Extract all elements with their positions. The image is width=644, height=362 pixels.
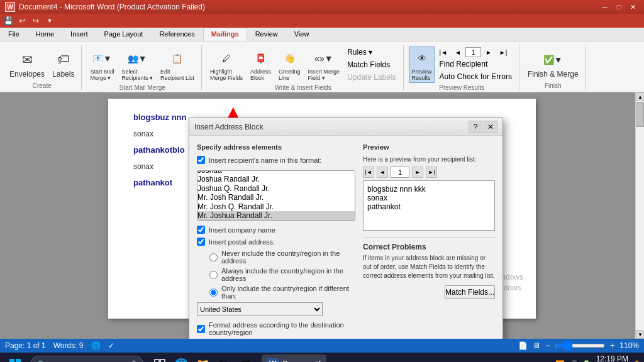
- dialog-left-column: Specify address elements Insert recipien…: [197, 143, 355, 336]
- view-print-icon[interactable]: 📄: [518, 341, 528, 350]
- dialog-close-button[interactable]: ✕: [484, 121, 497, 133]
- word-app-icon: W: [267, 358, 279, 362]
- zoom-plus[interactable]: +: [610, 341, 614, 350]
- rules-button[interactable]: Rules ▾: [344, 47, 399, 58]
- dialog-help-button[interactable]: ?: [469, 121, 482, 133]
- tab-references[interactable]: References: [151, 28, 203, 41]
- title-bar-text: Document4 - Microsoft Word (Product Acti…: [19, 3, 205, 11]
- preview-page-input[interactable]: [391, 167, 409, 178]
- record-number-input[interactable]: [465, 47, 481, 57]
- country-radio-group: Never include the country/region in the …: [209, 250, 355, 300]
- doc-line-4: sonax: [133, 162, 153, 171]
- start-mail-merge-label: Start Mail Merge: [119, 84, 165, 91]
- scroll-down-button[interactable]: ▼: [636, 330, 644, 339]
- preview-first-button[interactable]: |◄: [363, 167, 374, 178]
- match-fields-dialog-button[interactable]: Match Fields...: [445, 285, 495, 299]
- prev-record-button[interactable]: ◄: [452, 48, 464, 57]
- name-option-3[interactable]: Mr. Josh Randall Jr.: [197, 193, 355, 202]
- create-group-label: Create: [33, 82, 52, 89]
- tab-view[interactable]: View: [286, 28, 318, 41]
- match-fields-button[interactable]: Match Fields: [344, 59, 399, 70]
- close-button[interactable]: ✕: [626, 2, 639, 12]
- next-record-button[interactable]: ►: [482, 48, 495, 57]
- dropdown-button[interactable]: ▼: [44, 15, 55, 26]
- redo-button[interactable]: ↪: [30, 15, 42, 26]
- specify-section-title: Specify address elements: [197, 143, 355, 151]
- name-option-4[interactable]: Mr. Josh Q. Randall Jr.: [197, 202, 355, 211]
- undo-button[interactable]: ↩: [16, 15, 28, 26]
- minimize-button[interactable]: ─: [599, 2, 611, 12]
- format-checkbox[interactable]: [197, 325, 205, 333]
- preview-section-title: Preview: [363, 143, 495, 151]
- edge-browser-icon[interactable]: 🌐: [172, 356, 190, 362]
- preview-icon: 👁: [412, 48, 432, 69]
- tab-page-layout[interactable]: Page Layout: [96, 28, 152, 41]
- labels-button[interactable]: 🏷 Labels: [49, 48, 77, 80]
- preview-prev-button[interactable]: ◄: [377, 167, 388, 178]
- radio-always[interactable]: [209, 271, 218, 279]
- name-option-0[interactable]: Joshua: [197, 170, 355, 175]
- start-button[interactable]: [3, 354, 28, 362]
- vertical-scrollbar[interactable]: ▲ ▼: [635, 92, 644, 339]
- last-record-button[interactable]: ►|: [496, 48, 511, 57]
- finish-group-label: Finish: [545, 82, 562, 89]
- zoom-level: 110%: [619, 341, 639, 350]
- svg-rect-0: [9, 359, 14, 362]
- find-recipient-button[interactable]: Find Recipient: [436, 58, 491, 70]
- finish-buttons: ✅▼ Finish & Merge: [525, 47, 582, 81]
- name-option-5[interactable]: Mr. Joshua Randall Jr.: [197, 211, 355, 220]
- scroll-up-button[interactable]: ▲: [636, 92, 644, 101]
- check-company-checkbox[interactable]: [197, 226, 205, 234]
- view-fullscreen-icon[interactable]: 🖥: [533, 341, 540, 350]
- check-name-checkbox[interactable]: [197, 156, 205, 164]
- select-recipients-button[interactable]: 👥▼ SelectRecipients ▾: [118, 47, 156, 83]
- address-block-button[interactable]: 📮 AddressBlock: [247, 47, 274, 83]
- recipients-icon: 👥▼: [127, 48, 147, 69]
- scroll-thumb[interactable]: [636, 102, 644, 127]
- taskbar-clock[interactable]: 12:19 PM 4/27/2024: [595, 354, 628, 362]
- tab-review[interactable]: Review: [247, 28, 286, 41]
- envelope-icon: ✉: [17, 50, 37, 70]
- preview-results-button[interactable]: 👁 PreviewResults: [409, 47, 435, 83]
- greeting-line-button[interactable]: 👋 GreetingLine: [275, 47, 304, 83]
- insert-merge-field-button[interactable]: «»▼ Insert MergeField ▾: [305, 47, 343, 83]
- correct-problems-section: Correct Problems: [363, 237, 495, 251]
- highlight-label: HighlightMerge Fields: [210, 69, 243, 81]
- preview-next-button[interactable]: ►: [412, 167, 423, 178]
- finish-merge-button[interactable]: ✅▼ Finish & Merge: [525, 48, 582, 80]
- dialog-body: Specify address elements Insert recipien…: [189, 136, 502, 339]
- auto-check-button[interactable]: Auto Check for Errors: [436, 71, 515, 82]
- update-labels-button[interactable]: Update Labels: [344, 72, 399, 83]
- first-record-button[interactable]: |◄: [436, 48, 451, 57]
- tab-file[interactable]: File: [0, 28, 28, 41]
- country-select[interactable]: United States: [197, 302, 323, 316]
- radio-never[interactable]: [209, 253, 218, 261]
- store-icon[interactable]: 🛍: [215, 356, 233, 362]
- preview-label: PreviewResults: [412, 69, 432, 81]
- maximize-button[interactable]: □: [613, 2, 625, 12]
- mail-icon[interactable]: ✉: [236, 356, 254, 362]
- zoom-minus[interactable]: −: [545, 341, 550, 350]
- start-mail-merge-button[interactable]: 📧▼ Start MailMerge ▾: [87, 47, 117, 83]
- ribbon-group-finish: ✅▼ Finish & Merge Finish: [521, 45, 586, 90]
- radio-only[interactable]: [209, 288, 218, 297]
- edit-recipient-list-button[interactable]: 📋 EditRecipient List: [157, 47, 197, 83]
- tab-mailings[interactable]: Mailings: [203, 28, 247, 41]
- word-taskbar-app[interactable]: W Document4: [262, 354, 326, 362]
- tab-home[interactable]: Home: [28, 28, 62, 41]
- preview-last-button[interactable]: ►|: [426, 167, 437, 178]
- check-name-label: Insert recipient's name in this format:: [209, 156, 321, 164]
- highlight-merge-fields-button[interactable]: 🖊 HighlightMerge Fields: [207, 47, 246, 83]
- envelopes-button[interactable]: ✉ Envelopes: [6, 48, 48, 80]
- check-postal-checkbox[interactable]: [197, 238, 205, 246]
- name-format-list[interactable]: Joshua Joshua Randall Jr. Joshua Q. Rand…: [197, 170, 355, 221]
- taskbar-search[interactable]: 🔍 Type here to search 🎤: [30, 356, 143, 362]
- finish-label: Finish & Merge: [528, 70, 579, 79]
- task-view-button[interactable]: [151, 356, 169, 362]
- tab-insert[interactable]: Insert: [62, 28, 96, 41]
- save-button[interactable]: 💾: [3, 15, 14, 26]
- zoom-slider[interactable]: [555, 344, 605, 348]
- explorer-icon[interactable]: 📁: [194, 356, 211, 362]
- name-option-1[interactable]: Joshua Randall Jr.: [197, 175, 355, 184]
- name-option-2[interactable]: Joshua Q. Randall Jr.: [197, 184, 355, 193]
